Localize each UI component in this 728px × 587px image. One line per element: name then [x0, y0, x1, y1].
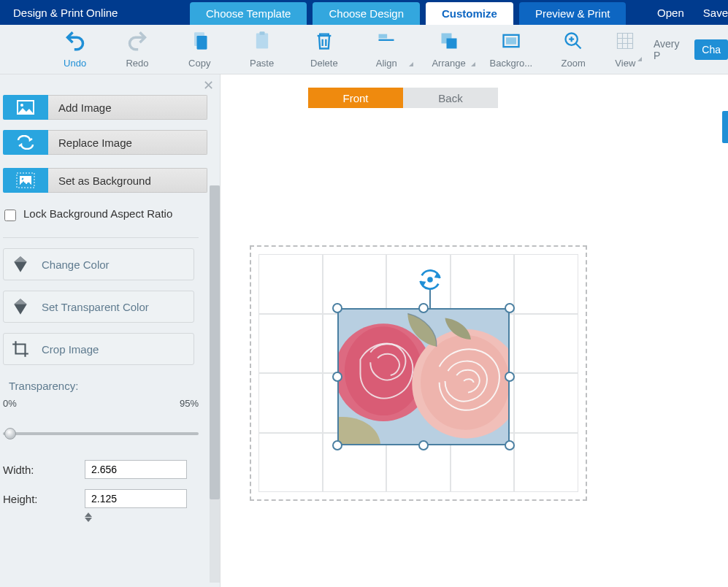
slider-min: 0% [3, 398, 17, 409]
resize-handle-w[interactable] [332, 372, 342, 382]
paste-icon [252, 31, 272, 53]
replace-image-label: Replace Image [48, 130, 207, 155]
dropdown-indicator [637, 57, 642, 61]
selected-image[interactable] [337, 308, 510, 445]
redo-button[interactable]: Redo [106, 25, 168, 74]
spinner-up-icon[interactable] [85, 513, 92, 517]
redo-icon [127, 31, 147, 53]
replace-icon [3, 130, 48, 155]
width-input[interactable] [85, 460, 187, 479]
main-layout: ✕ Add Image Replace Image Set as Backgro… [0, 74, 728, 587]
svg-point-12 [20, 104, 23, 107]
save-link[interactable]: Save [703, 7, 728, 19]
close-icon[interactable]: ✕ [203, 77, 214, 93]
transparency-label: Transparency: [9, 380, 212, 392]
svg-rect-7 [446, 38, 456, 48]
diamond-icon [11, 297, 30, 316]
change-color-button[interactable]: Change Color [3, 248, 194, 280]
resize-handle-se[interactable] [505, 440, 515, 450]
sidebar-scrollbar[interactable] [210, 185, 220, 583]
sidebar: ✕ Add Image Replace Image Set as Backgro… [0, 74, 221, 587]
svg-rect-4 [379, 39, 394, 40]
view-label: View [615, 58, 635, 69]
dropdown-indicator [409, 62, 413, 66]
slider-range-labels: 0% 95% [3, 398, 199, 409]
set-transparent-color-label: Set Transparent Color [42, 301, 149, 313]
resize-handle-n[interactable] [418, 303, 429, 313]
height-input[interactable] [85, 489, 187, 508]
width-row: Width: [3, 460, 212, 479]
svg-rect-5 [379, 34, 388, 38]
crop-image-label: Crop Image [42, 343, 99, 356]
product-search-label: Avery P [654, 38, 687, 61]
height-label: Height: [3, 493, 76, 505]
toolbar: Undo Redo Copy Paste Delete Align [0, 25, 728, 74]
height-row: Height: [3, 489, 212, 508]
background-icon [501, 31, 521, 53]
set-transparent-color-button[interactable]: Set Transparent Color [3, 291, 194, 323]
copy-button[interactable]: Copy [169, 25, 231, 74]
brand-label: Design & Print Online [0, 0, 190, 25]
redo-label: Redo [126, 58, 148, 69]
svg-rect-1 [197, 36, 207, 50]
replace-image-button[interactable]: Replace Image [3, 130, 207, 155]
svg-rect-9 [506, 37, 516, 44]
tab-preview-print[interactable]: Preview & Print [519, 2, 627, 25]
paste-label: Paste [250, 58, 274, 69]
front-tab[interactable]: Front [308, 88, 403, 108]
add-image-button[interactable]: Add Image [3, 95, 207, 120]
tab-choose-template[interactable]: Choose Template [190, 2, 307, 25]
background-label: Backgro... [490, 58, 533, 69]
align-button[interactable]: Align [356, 25, 418, 74]
crop-image-button[interactable]: Crop Image [3, 333, 194, 365]
background-button[interactable]: Backgro... [480, 25, 542, 74]
copy-label: Copy [188, 58, 210, 69]
svg-point-15 [22, 178, 24, 180]
transparency-slider[interactable] [3, 421, 199, 442]
svg-rect-3 [259, 31, 264, 35]
align-label: Align [376, 58, 397, 69]
delete-button[interactable]: Delete [293, 25, 355, 74]
view-button[interactable]: View [605, 31, 646, 69]
tab-customize[interactable]: Customize [426, 2, 513, 25]
add-image-label: Add Image [48, 95, 207, 120]
resize-handle-sw[interactable] [332, 440, 342, 450]
tab-choose-design[interactable]: Choose Design [313, 2, 420, 25]
zoom-button[interactable]: Zoom [543, 25, 605, 74]
resize-handle-ne[interactable] [505, 303, 515, 313]
height-spinner[interactable] [85, 513, 212, 522]
side-tabs: Front Back [308, 88, 498, 108]
top-right-actions: Open Save [657, 0, 728, 25]
lock-aspect-checkbox[interactable]: Lock Background Aspect Ratio [3, 203, 190, 226]
copy-icon [189, 31, 210, 53]
width-label: Width: [3, 464, 76, 476]
undo-button[interactable]: Undo [44, 25, 106, 74]
resize-handle-nw[interactable] [332, 303, 342, 313]
slider-knob[interactable] [4, 428, 16, 440]
set-background-button[interactable]: Set as Background [3, 168, 207, 193]
right-panel-toggle[interactable] [722, 111, 728, 143]
diamond-icon [11, 255, 30, 274]
change-button[interactable]: Cha [694, 39, 728, 60]
open-link[interactable]: Open [657, 7, 684, 19]
grid-icon [615, 31, 635, 53]
undo-icon [65, 31, 85, 53]
trash-icon [314, 31, 334, 53]
crop-icon [11, 339, 30, 358]
zoom-label: Zoom [562, 58, 586, 69]
arrange-button[interactable]: Arrange [418, 25, 480, 74]
paste-button[interactable]: Paste [231, 25, 293, 74]
background-set-icon [3, 168, 48, 193]
resize-handle-e[interactable] [505, 372, 515, 382]
spinner-down-icon[interactable] [85, 518, 92, 522]
slider-max: 95% [180, 398, 199, 409]
rotate-handle[interactable] [416, 266, 444, 294]
lock-aspect-input[interactable] [4, 210, 16, 221]
lock-aspect-label: Lock Background Aspect Ratio [23, 207, 172, 220]
workflow-steps: Choose Template Choose Design Customize … [190, 0, 626, 25]
back-tab[interactable]: Back [403, 88, 498, 108]
resize-handle-s[interactable] [418, 440, 429, 450]
svg-rect-2 [256, 33, 267, 48]
arrange-label: Arrange [432, 58, 465, 69]
scrollbar-thumb[interactable] [210, 185, 220, 499]
